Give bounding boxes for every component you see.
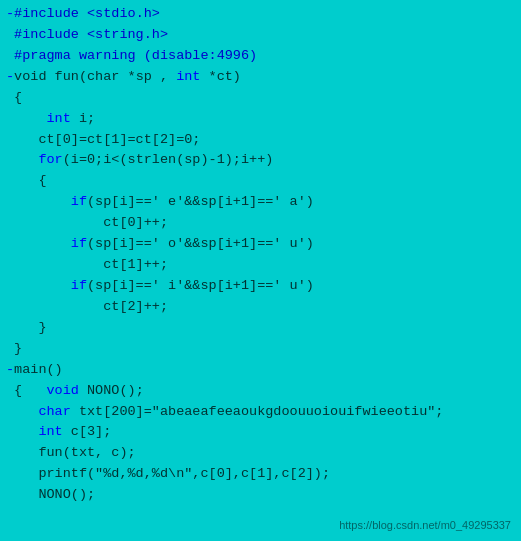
pragma: #pragma warning (disable:4996): [6, 48, 257, 63]
code-line-14: if(sp[i]==' i'&&sp[i+1]==' u'): [6, 276, 515, 297]
code-line-6: int i;: [6, 109, 515, 130]
minus-main: -: [6, 362, 14, 377]
nono-call: NONO();: [6, 487, 95, 502]
close-outer: }: [6, 341, 22, 356]
code-line-19: { void NONO();: [6, 381, 515, 402]
ct1-inc: ct[1]++;: [6, 257, 168, 272]
open-brace-2: {: [6, 173, 47, 188]
code-container: -#include <stdio.h> #include <string.h> …: [0, 0, 521, 541]
code-line-1: -#include <stdio.h>: [6, 4, 515, 25]
minus-sign: -: [6, 6, 14, 21]
code-line-15: ct[2]++;: [6, 297, 515, 318]
int-c: int c[3];: [6, 424, 111, 439]
fun-decl-end: *ct): [200, 69, 241, 84]
minus-fun: -: [6, 69, 14, 84]
int-kw: int: [176, 69, 200, 84]
code-line-11: ct[0]++;: [6, 213, 515, 234]
printf-call: printf("%d,%d,%d\n",c[0],c[1],c[2]);: [6, 466, 330, 481]
char-txt: char txt[200]="abeaeafeeaoukgdoouuoiouif…: [6, 404, 443, 419]
code-line-23: printf("%d,%d,%d\n",c[0],c[1],c[2]);: [6, 464, 515, 485]
code-line-24: NONO();: [6, 485, 515, 506]
include-string: #include <string.h>: [6, 27, 168, 42]
for-loop: for(i=0;i<(strlen(sp)-1);i++): [6, 152, 273, 167]
code-line-3: #pragma warning (disable:4996): [6, 46, 515, 67]
int-i: int i;: [6, 111, 95, 126]
code-line-13: ct[1]++;: [6, 255, 515, 276]
main-decl: main(): [14, 362, 63, 377]
fun-call: fun(txt, c);: [6, 445, 136, 460]
code-line-7: ct[0]=ct[1]=ct[2]=0;: [6, 130, 515, 151]
open-brace: {: [6, 90, 22, 105]
code-line-22: fun(txt, c);: [6, 443, 515, 464]
if-iu: if(sp[i]==' i'&&sp[i+1]==' u'): [6, 278, 314, 293]
code-line-4: -void fun(char *sp , int *ct): [6, 67, 515, 88]
ct-init: ct[0]=ct[1]=ct[2]=0;: [6, 132, 200, 147]
code-line-18: -main(): [6, 360, 515, 381]
code-line-9: {: [6, 171, 515, 192]
code-line-16: }: [6, 318, 515, 339]
close-inner: }: [6, 320, 47, 335]
code-line-17: }: [6, 339, 515, 360]
code-line-12: if(sp[i]==' o'&&sp[i+1]==' u'): [6, 234, 515, 255]
if-ou: if(sp[i]==' o'&&sp[i+1]==' u'): [6, 236, 314, 251]
code-line-5: {: [6, 88, 515, 109]
watermark: https://blog.csdn.net/m0_49295337: [339, 519, 511, 531]
main-open: { void NONO();: [6, 383, 144, 398]
include-stdio: #include <stdio.h>: [14, 6, 160, 21]
fun-decl: void fun(char *sp ,: [14, 69, 176, 84]
if-ea: if(sp[i]==' e'&&sp[i+1]==' a'): [6, 194, 314, 209]
code-line-20: char txt[200]="abeaeafeeaoukgdoouuoiouif…: [6, 402, 515, 423]
code-line-10: if(sp[i]==' e'&&sp[i+1]==' a'): [6, 192, 515, 213]
code-line-21: int c[3];: [6, 422, 515, 443]
code-line-8: for(i=0;i<(strlen(sp)-1);i++): [6, 150, 515, 171]
ct0-inc: ct[0]++;: [6, 215, 168, 230]
ct2-inc: ct[2]++;: [6, 299, 168, 314]
code-line-2: #include <string.h>: [6, 25, 515, 46]
